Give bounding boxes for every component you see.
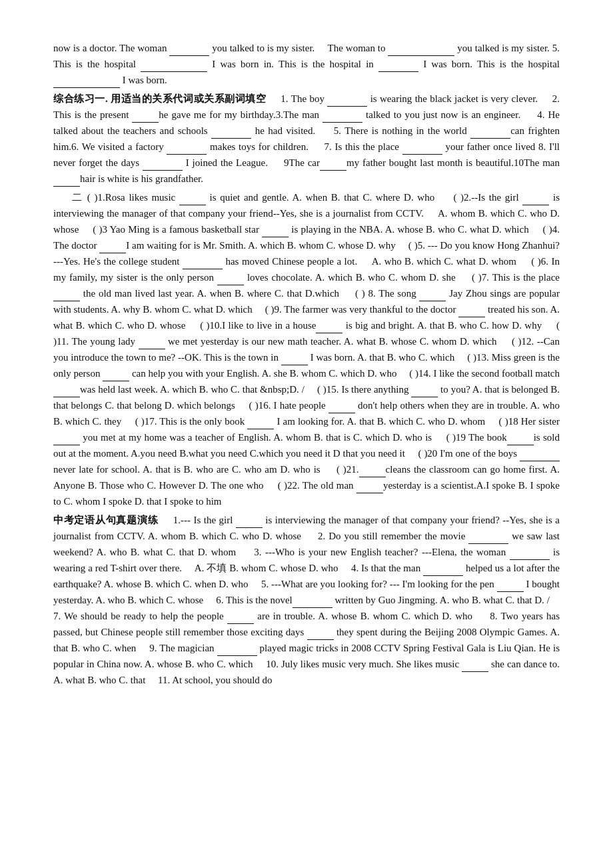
blank-21	[217, 275, 244, 285]
blank-7	[132, 113, 159, 123]
blank-42	[497, 582, 524, 592]
blank-16	[179, 195, 206, 205]
blank-3	[141, 62, 207, 72]
blank-13	[143, 161, 183, 171]
blank-22	[53, 291, 80, 301]
blank-30	[411, 387, 438, 397]
blank-35	[520, 451, 560, 461]
blank-39	[468, 534, 508, 544]
blank-12	[402, 145, 442, 155]
blank-28	[103, 371, 129, 381]
main-content: now is a doctor. The woman you talked to…	[53, 40, 560, 688]
blank-36	[359, 467, 386, 477]
blank-29	[53, 387, 80, 397]
blank-43	[293, 598, 332, 608]
blank-24	[458, 307, 485, 317]
blank-20	[183, 259, 223, 269]
blank-41	[423, 566, 463, 576]
blank-10	[470, 129, 510, 139]
section-title-1: 综合练习一. 用适当的关系代词或关系副词填空	[53, 93, 267, 104]
blank-31	[328, 403, 355, 413]
blank-40	[510, 550, 550, 560]
blank-17	[522, 195, 549, 205]
blank-27	[281, 355, 308, 365]
paragraph-2: 综合练习一. 用适当的关系代词或关系副词填空 1. The boy is wea…	[53, 91, 560, 187]
blank-14	[320, 161, 346, 171]
paragraph-4: 中考定语从句真题演练 1.--- Is the girl is intervie…	[53, 512, 560, 688]
blank-32	[247, 419, 274, 429]
blank-15	[53, 177, 80, 187]
blank-44	[227, 614, 254, 624]
blank-33	[53, 435, 80, 445]
paragraph-1: now is a doctor. The woman you talked to…	[53, 40, 560, 88]
blank-9	[211, 129, 251, 139]
blank-11	[167, 145, 207, 155]
blank-5	[53, 78, 120, 88]
blank-6	[327, 97, 367, 107]
blank-1	[169, 46, 209, 56]
blank-38	[236, 518, 263, 528]
blank-25	[316, 323, 342, 333]
blank-4	[378, 62, 418, 72]
blank-8	[322, 113, 362, 123]
blank-37	[356, 483, 383, 493]
blank-23	[419, 291, 446, 301]
blank-47	[462, 662, 488, 672]
blank-34	[507, 435, 534, 445]
blank-2	[388, 46, 454, 56]
blank-45	[307, 630, 334, 640]
section-title-2: 中考定语从句真题演练	[53, 515, 158, 525]
blank-46	[217, 646, 257, 656]
blank-19	[99, 243, 126, 253]
paragraph-3: 二 ( )1.Rosa likes music is quiet and gen…	[53, 189, 560, 509]
blank-18	[262, 227, 289, 237]
blank-26	[139, 339, 165, 349]
